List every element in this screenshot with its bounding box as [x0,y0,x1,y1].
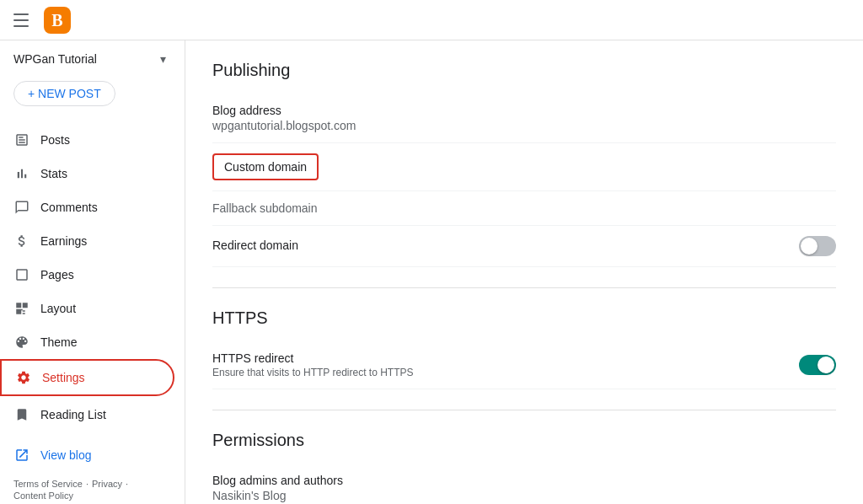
sidebar-item-earnings-label: Earnings [40,234,87,248]
sidebar-item-stats-label: Stats [40,167,67,180]
blog-admins-row: Blog admins and authors Nasikin's Blog [212,464,836,504]
https-section: HTTPS HTTPS redirect Ensure that visits … [212,308,836,389]
stats-icon [13,165,30,182]
blog-name: WPGan Tutorial [13,52,151,66]
earnings-icon [13,233,30,249]
blog-address-row: Blog address wpgantutorial.blogspot.com [212,94,836,143]
sidebar-item-comments[interactable]: Comments [0,190,174,224]
chevron-down-icon: ▾ [154,51,171,67]
blog-address-value: wpgantutorial.blogspot.com [212,119,836,132]
sidebar-item-pages-label: Pages [40,268,74,281]
sidebar-item-posts-label: Posts [40,133,70,147]
sidebar-item-settings[interactable]: Settings [0,359,174,396]
redirect-domain-label: Redirect domain [212,239,298,252]
main-content: WPGan Tutorial ▾ + NEW POST Posts Stats … [0,40,863,504]
redirect-domain-row: Redirect domain [212,226,836,267]
sidebar-item-layout-label: Layout [40,302,76,315]
sidebar-item-layout[interactable]: Layout [0,292,174,325]
sidebar-item-settings-label: Settings [42,371,85,384]
sidebar-item-reading-list-label: Reading List [40,408,106,421]
sidebar-item-posts[interactable]: Posts [0,123,174,157]
https-redirect-toggle[interactable] [799,355,836,375]
sidebar-item-theme[interactable]: Theme [0,325,174,359]
posts-icon [13,131,30,148]
permissions-title: Permissions [212,431,836,450]
sidebar-footer: Terms of Service · Privacy · Content Pol… [0,472,185,504]
blog-admins-value: Nasikin's Blog [212,489,836,502]
blog-selector[interactable]: WPGan Tutorial ▾ [0,40,185,78]
terms-link[interactable]: Terms of Service [13,479,83,489]
view-blog-label: View blog [40,448,91,462]
https-title: HTTPS [212,308,836,328]
https-redirect-description: Ensure that visits to HTTP redirect to H… [212,367,414,378]
https-redirect-row: HTTPS redirect Ensure that visits to HTT… [212,341,836,389]
sidebar: WPGan Tutorial ▾ + NEW POST Posts Stats … [0,40,185,504]
content-area: Publishing Blog address wpgantutorial.bl… [185,40,863,504]
custom-domain-row[interactable]: Custom domain [212,143,836,191]
sidebar-item-reading-list[interactable]: Reading List [0,398,174,432]
sidebar-item-earnings[interactable]: Earnings [0,224,174,258]
sidebar-item-comments-label: Comments [40,201,98,214]
permissions-section: Permissions Blog admins and authors Nasi… [212,431,836,504]
settings-icon [15,369,32,386]
fallback-subdomain-row: Fallback subdomain [212,191,836,226]
app-bar: B [0,0,863,40]
https-toggle-knob [817,357,834,373]
https-redirect-info: HTTPS redirect Ensure that visits to HTT… [212,351,414,378]
content-policy-link[interactable]: Content Policy [13,491,73,501]
blog-admins-label: Blog admins and authors [212,474,836,487]
view-blog-link[interactable]: View blog [0,438,185,472]
sidebar-item-pages[interactable]: Pages [0,258,174,292]
sidebar-item-theme-label: Theme [40,335,78,349]
privacy-link[interactable]: Privacy [92,479,122,489]
publishing-section: Publishing Blog address wpgantutorial.bl… [212,61,836,267]
divider-2 [212,410,836,410]
layout-icon [13,300,30,317]
https-redirect-label: HTTPS redirect [212,351,414,365]
sidebar-item-stats[interactable]: Stats [0,157,174,190]
new-post-button[interactable]: + NEW POST [13,81,115,106]
pages-icon [13,266,30,283]
menu-icon[interactable] [13,10,34,30]
blog-address-label: Blog address [212,104,836,117]
redirect-domain-toggle[interactable] [799,236,836,256]
theme-icon [13,334,30,351]
publishing-title: Publishing [212,61,836,80]
custom-domain-box[interactable]: Custom domain [212,153,319,180]
blogger-logo: B [44,7,71,34]
view-blog-icon [13,447,30,464]
comments-icon [13,199,30,216]
divider-1 [212,287,836,288]
fallback-subdomain-label: Fallback subdomain [212,201,836,215]
toggle-knob [801,238,817,255]
reading-list-icon [13,406,30,423]
